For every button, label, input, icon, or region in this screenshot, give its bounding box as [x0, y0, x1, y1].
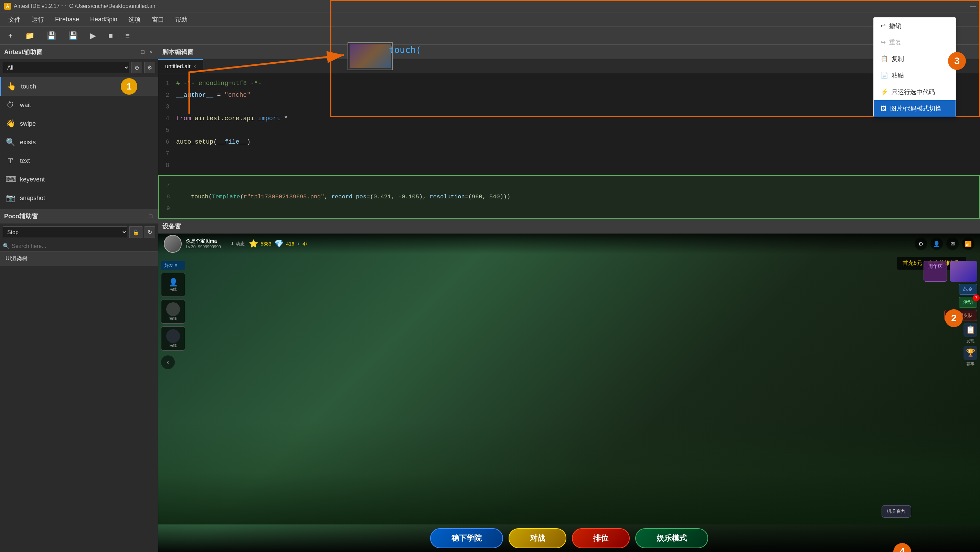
search-row: 🔍 [0, 241, 158, 252]
code-line-7: 7 [158, 148, 980, 160]
open-button[interactable]: 📁 [22, 30, 37, 41]
device-header: 设备窗 [158, 219, 980, 233]
editor-header: 脚本编辑窗 [158, 45, 980, 59]
ctx-switch-mode[interactable]: 🖼 图片/代码模式切换 [874, 100, 956, 117]
ctx-run-selected[interactable]: ⚡ 只运行选中代码 [874, 84, 956, 100]
currency-display: ⭐ 5383 💎 416 + 4+ [249, 239, 308, 248]
poco-lock-btn[interactable]: 🔒 [129, 226, 142, 238]
poco-panel-controls: □ [148, 212, 154, 220]
entertainment-btn[interactable]: 娱乐模式 [635, 528, 708, 548]
left-panel: Airtest辅助窗 □ × All ⊕ ⚙ 👆 touch 1 [0, 45, 158, 552]
tabs-row: untitled.air × [158, 59, 980, 73]
text-icon: T [5, 156, 15, 165]
menu-file[interactable]: 文件 [3, 13, 26, 26]
activity-btn[interactable]: 活动 7 [959, 297, 977, 308]
event-1-btn[interactable]: 周年庆 [924, 261, 947, 282]
image-thumbnail [348, 42, 393, 70]
code-line-1: 1 # -*- encoding=utf8 -*- [158, 78, 980, 89]
switch-mode-icon: 🖼 [881, 105, 887, 112]
filter-select[interactable]: All [3, 62, 129, 73]
academy-btn[interactable]: 稳下学院 [430, 528, 503, 548]
menu-bar: 文件 运行 Firebase HeadSpin 选项 窗口 帮助 [0, 13, 980, 27]
poco-panel-title: Poco辅助窗 [4, 212, 38, 220]
keyevent-label: keyevent [20, 176, 45, 183]
code-editor[interactable]: 1 # -*- encoding=utf8 -*- 2 __author__ =… [158, 73, 980, 175]
game-slot-2[interactable]: 南线 [161, 300, 185, 324]
undo-icon: ↩ [881, 22, 886, 30]
profile-icon[interactable]: 👤 [931, 238, 943, 250]
code-thumb-preview: touch( [389, 45, 421, 55]
save-as-button[interactable]: 💾 [66, 30, 81, 41]
player-level: Lv.30 9999999999 [186, 244, 221, 249]
badge-2: 2 [945, 309, 963, 327]
redo-icon: ↪ [881, 38, 886, 46]
game-slot-3[interactable]: 南线 [161, 327, 185, 351]
img-code-line-8: 8 touch(Template(r"tpl1730602139695.png"… [159, 191, 979, 203]
prev-btn[interactable]: ‹ [161, 355, 175, 369]
game-slot-1[interactable]: 👤 南线 [161, 273, 185, 297]
airtest-item-text[interactable]: T text [0, 152, 158, 170]
ui-tree-item[interactable]: UI渲染树 [0, 252, 158, 266]
airtest-item-swipe[interactable]: 👋 swipe [0, 114, 158, 133]
airtest-item-exists[interactable]: 🔍 exists [0, 133, 158, 152]
ctx-copy[interactable]: 📋 复制 [874, 51, 956, 67]
trophy-btn[interactable]: 🏆 [964, 346, 977, 360]
ctx-undo[interactable]: ↩ 撤销 [874, 18, 956, 34]
poco-select[interactable]: Stop [3, 226, 127, 238]
thumb-image [350, 44, 391, 68]
code-line-2: 2 __author__ = "cnche" [158, 89, 980, 101]
airtest-close-btn[interactable]: × [148, 48, 154, 56]
battle-btn[interactable]: 对战 [509, 528, 566, 548]
title-bar-text: Airtest IDE v1.2.17 ~~ C:\Users\cnche\De… [14, 3, 156, 9]
menu-window[interactable]: 窗口 [146, 13, 170, 26]
command-btn[interactable]: 战令 [959, 284, 977, 295]
device-title: 设备窗 [162, 222, 181, 230]
save-button[interactable]: 💾 [44, 30, 59, 41]
friend-btn[interactable]: 好友 ≡ [161, 261, 185, 270]
discover-btn[interactable]: 📋 [964, 323, 977, 337]
tab-untitled[interactable]: untitled.air × [158, 59, 204, 73]
activity-badge: 7 [973, 294, 980, 301]
ctx-redo[interactable]: ↪ 重复 [874, 34, 956, 51]
ctx-paste[interactable]: 📄 粘贴 [874, 67, 956, 84]
touch-label: touch [21, 83, 36, 90]
menu-options[interactable]: 选项 [123, 13, 146, 26]
menu-help[interactable]: 帮助 [170, 13, 193, 26]
snapshot-icon: 📷 [5, 193, 15, 203]
filter-add-btn[interactable]: ⊕ [132, 62, 142, 73]
airtest-item-snapshot[interactable]: 📷 snapshot [0, 189, 158, 207]
tower-btn[interactable]: 机关百炸 [881, 505, 911, 518]
device-screen[interactable]: 你是个宝贝ma Lv.30 9999999999 ⬇ 动态 ⭐ 5383 [158, 233, 980, 552]
code-line-8: 8 [158, 160, 980, 171]
filter-settings-btn[interactable]: ⚙ [144, 62, 155, 73]
menu-firebase[interactable]: Firebase [49, 14, 85, 25]
mail-icon[interactable]: ✉ [946, 238, 959, 250]
airtest-expand-btn[interactable]: □ [140, 48, 146, 56]
poco-refresh-btn[interactable]: ↻ [145, 226, 155, 238]
stop-button[interactable]: ■ [106, 30, 116, 41]
code-line-4: 4 from airtest.core.api import * [158, 113, 980, 124]
player-name: 你是个宝贝ma [186, 238, 221, 244]
tab-close-btn[interactable]: × [193, 64, 196, 69]
search-input[interactable] [12, 243, 155, 249]
app-icon: A [4, 3, 11, 10]
wifi-icon[interactable]: 📶 [962, 238, 975, 250]
code-line-5: 5 [158, 124, 980, 136]
settings-icon[interactable]: ⚙ [915, 238, 927, 250]
run-button[interactable]: ▶ [88, 30, 99, 41]
poco-expand-btn[interactable]: □ [148, 212, 154, 220]
airtest-item-wait[interactable]: ⏱ wait [0, 96, 158, 114]
menu-run[interactable]: 运行 [26, 13, 49, 26]
airtest-item-touch[interactable]: 👆 touch 1 [0, 77, 158, 96]
wait-label: wait [20, 102, 31, 109]
menu-button[interactable]: ≡ [123, 30, 132, 41]
rank-btn[interactable]: 排位 [572, 528, 630, 548]
menu-headspin[interactable]: HeadSpin [85, 14, 123, 25]
close-button[interactable]: — [970, 2, 976, 10]
title-bar: A Airtest IDE v1.2.17 ~~ C:\Users\cnche\… [0, 0, 980, 13]
new-button[interactable]: + [5, 30, 16, 41]
download-btn[interactable]: ⬇ 动态 [231, 241, 245, 247]
tab-label: untitled.air [165, 63, 191, 70]
airtest-item-keyevent[interactable]: ⌨ keyevent [0, 170, 158, 189]
airtest-panel-controls: □ × [140, 48, 154, 56]
